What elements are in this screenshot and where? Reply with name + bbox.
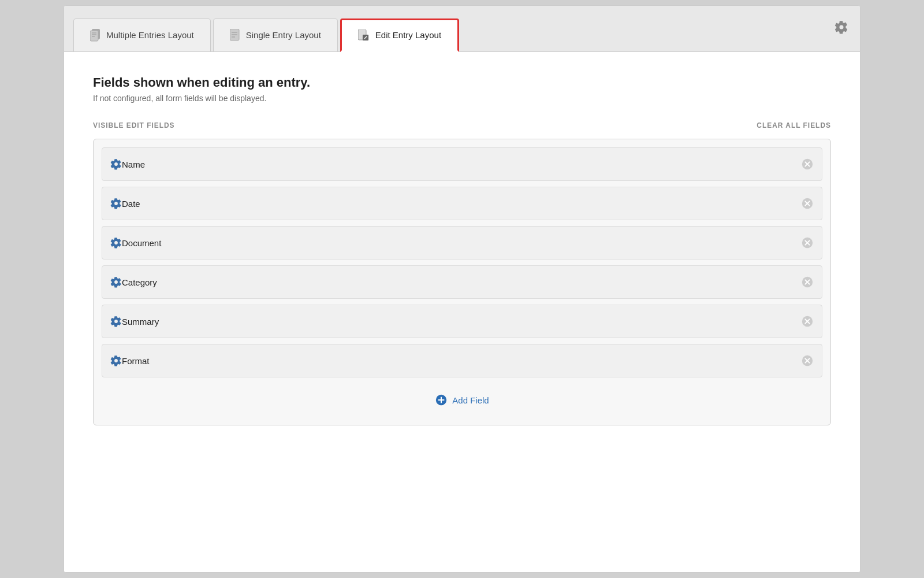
section-header: VISIBLE EDIT FIELDS CLEAR ALL FIELDS — [93, 121, 831, 129]
field-settings-icon-format[interactable] — [110, 355, 122, 366]
settings-button[interactable] — [834, 20, 848, 38]
field-row-date[interactable]: Date — [102, 187, 822, 220]
page-subtitle: If not configured, all form fields will … — [93, 94, 831, 103]
field-row-summary[interactable]: Summary — [102, 305, 822, 338]
edit-entry-icon — [358, 29, 370, 41]
tab-single-entry-label: Single Entry Layout — [246, 30, 321, 40]
field-settings-icon-document[interactable] — [110, 237, 122, 249]
field-row-document[interactable]: Document — [102, 226, 822, 260]
field-remove-icon-format[interactable] — [801, 354, 814, 367]
tab-multiple-entries[interactable]: Multiple Entries Layout — [73, 18, 211, 52]
tab-multiple-entries-label: Multiple Entries Layout — [106, 30, 194, 40]
field-row-format[interactable]: Format — [102, 344, 822, 377]
svg-rect-1 — [90, 31, 98, 41]
main-container: Multiple Entries Layout Single Entry Lay… — [64, 5, 860, 573]
tab-single-entry[interactable]: Single Entry Layout — [213, 18, 338, 52]
field-label-date: Date — [122, 199, 801, 209]
field-remove-icon-category[interactable] — [801, 276, 814, 288]
visible-fields-label: VISIBLE EDIT FIELDS — [93, 121, 175, 129]
content-area: Fields shown when editing an entry. If n… — [64, 52, 860, 572]
tab-bar: Multiple Entries Layout Single Entry Lay… — [64, 6, 860, 52]
fields-container: Name Date — [93, 139, 831, 425]
field-row-name[interactable]: Name — [102, 147, 822, 181]
field-row-category[interactable]: Category — [102, 265, 822, 299]
field-settings-icon-name[interactable] — [110, 158, 122, 170]
single-entry-icon — [230, 29, 240, 42]
add-field-label: Add Field — [452, 395, 489, 405]
clear-all-button[interactable]: CLEAR ALL FIELDS — [757, 121, 831, 129]
multiple-entries-icon — [90, 29, 100, 42]
settings-icon — [834, 20, 848, 34]
field-label-format: Format — [122, 356, 801, 366]
field-remove-icon-date[interactable] — [801, 197, 814, 210]
field-label-summary: Summary — [122, 317, 801, 327]
field-settings-icon-summary[interactable] — [110, 316, 122, 327]
field-remove-icon-summary[interactable] — [801, 315, 814, 328]
field-settings-icon-category[interactable] — [110, 276, 122, 288]
page-title: Fields shown when editing an entry. — [93, 75, 831, 90]
field-label-name: Name — [122, 160, 801, 169]
field-settings-icon-date[interactable] — [110, 198, 122, 209]
tab-edit-entry-label: Edit Entry Layout — [375, 30, 441, 40]
field-remove-icon-document[interactable] — [801, 236, 814, 249]
tab-edit-entry[interactable]: Edit Entry Layout — [340, 18, 459, 52]
add-field-row[interactable]: Add Field — [102, 383, 822, 417]
field-remove-icon-name[interactable] — [801, 158, 814, 171]
field-label-category: Category — [122, 277, 801, 287]
field-label-document: Document — [122, 238, 801, 248]
add-field-icon — [435, 394, 448, 406]
